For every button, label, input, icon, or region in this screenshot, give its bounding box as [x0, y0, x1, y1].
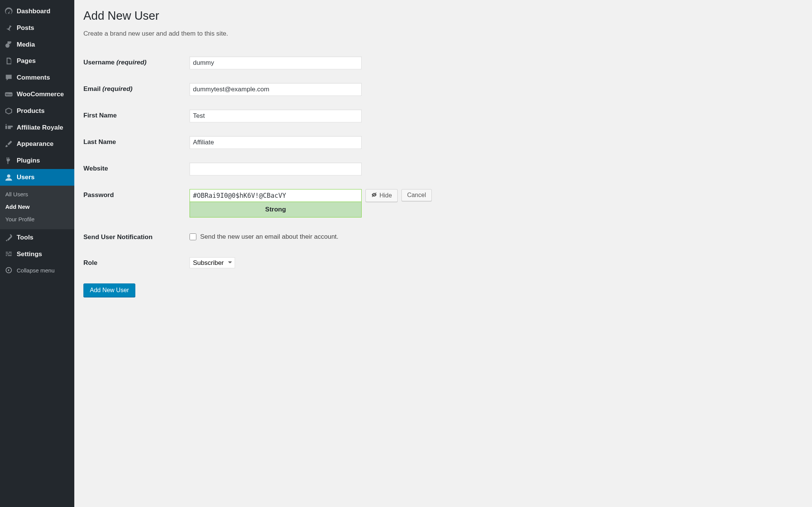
- submenu-item-add-new[interactable]: Add New: [0, 200, 74, 213]
- sidebar-item-affiliate-royale[interactable]: Affiliate Royale: [0, 119, 74, 136]
- sidebar-item-tools[interactable]: Tools: [0, 229, 74, 246]
- svg-point-3: [7, 174, 11, 178]
- last-name-input[interactable]: [190, 136, 362, 149]
- password-strength-indicator: Strong: [190, 202, 362, 218]
- first-name-label: First Name: [83, 103, 190, 129]
- main-content: Add New User Create a brand new user and…: [74, 0, 544, 507]
- first-name-input[interactable]: [190, 110, 362, 122]
- send-notification-checkbox[interactable]: [190, 233, 196, 240]
- sidebar-item-label: Settings: [17, 250, 42, 259]
- sidebar-item-label: Tools: [17, 233, 33, 242]
- sidebar-item-label: Plugins: [17, 156, 40, 165]
- page-icon: [5, 57, 13, 65]
- submenu-item-your-profile[interactable]: Your Profile: [0, 213, 74, 225]
- add-new-user-button[interactable]: Add New User: [83, 283, 135, 297]
- email-label: Email (required): [83, 76, 190, 103]
- role-select[interactable]: Subscriber: [190, 257, 235, 268]
- username-label: Username (required): [83, 50, 190, 76]
- users-submenu: All Users Add New Your Profile: [0, 186, 74, 229]
- brush-icon: [5, 140, 13, 148]
- eye-slash-icon: [371, 192, 377, 199]
- collapse-label: Collapse menu: [17, 266, 55, 274]
- password-label: Password: [83, 182, 190, 224]
- sidebar-item-appearance[interactable]: Appearance: [0, 136, 74, 152]
- woo-icon: Woo: [5, 90, 13, 99]
- sidebar-item-posts[interactable]: Posts: [0, 20, 74, 36]
- wrench-icon: [5, 233, 13, 242]
- website-input[interactable]: [190, 163, 362, 175]
- sidebar-item-label: Products: [17, 106, 45, 116]
- svg-point-0: [5, 44, 9, 48]
- collapse-icon: [5, 266, 13, 274]
- comment-icon: [5, 74, 13, 82]
- send-notification-text: Send the new user an email about their a…: [200, 232, 339, 241]
- password-input[interactable]: [190, 189, 362, 202]
- email-input[interactable]: [190, 83, 362, 96]
- role-label: Role: [83, 250, 190, 276]
- sidebar-item-media[interactable]: Media: [0, 36, 74, 53]
- sidebar-item-comments[interactable]: Comments: [0, 69, 74, 86]
- sliders-icon: [5, 250, 13, 258]
- gauge-icon: [5, 7, 13, 16]
- sidebar-item-products[interactable]: Products: [0, 103, 74, 119]
- sidebar-item-label: Users: [17, 173, 34, 182]
- website-label: Website: [83, 156, 190, 182]
- hide-password-button[interactable]: Hide: [365, 189, 398, 202]
- sidebar-item-label: Dashboard: [17, 7, 50, 16]
- submenu-item-all-users[interactable]: All Users: [0, 188, 74, 200]
- user-icon: [5, 173, 13, 182]
- add-user-form: Username (required) Email (required) Fir…: [83, 50, 535, 275]
- send-notification-row[interactable]: Send the new user an email about their a…: [190, 232, 339, 241]
- affiliate-icon: [5, 123, 13, 131]
- admin-sidebar: Dashboard Posts Media Pages Comments Woo…: [0, 0, 74, 507]
- sidebar-item-label: Posts: [17, 23, 34, 33]
- sidebar-item-label: WooCommerce: [17, 90, 64, 99]
- sidebar-item-label: Appearance: [17, 139, 53, 149]
- plug-icon: [5, 156, 13, 165]
- send-notification-label: Send User Notification: [83, 224, 190, 250]
- pin-icon: [5, 24, 13, 32]
- cancel-password-button[interactable]: Cancel: [401, 189, 432, 201]
- last-name-label: Last Name: [83, 129, 190, 156]
- sidebar-item-label: Media: [17, 40, 35, 49]
- sidebar-item-settings[interactable]: Settings: [0, 246, 74, 263]
- page-title: Add New User: [83, 8, 535, 24]
- box-icon: [5, 107, 13, 115]
- sidebar-item-dashboard[interactable]: Dashboard: [0, 3, 74, 20]
- sidebar-item-users[interactable]: Users: [0, 169, 74, 186]
- sidebar-item-label: Affiliate Royale: [17, 123, 63, 132]
- collapse-menu[interactable]: Collapse menu: [0, 262, 74, 278]
- sidebar-item-woocommerce[interactable]: Woo WooCommerce: [0, 86, 74, 103]
- sidebar-item-label: Comments: [17, 73, 50, 82]
- sidebar-item-pages[interactable]: Pages: [0, 53, 74, 69]
- username-input[interactable]: [190, 56, 362, 69]
- sidebar-item-label: Pages: [17, 56, 36, 66]
- svg-text:Woo: Woo: [6, 93, 12, 96]
- sidebar-item-plugins[interactable]: Plugins: [0, 152, 74, 169]
- media-icon: [5, 40, 13, 49]
- page-description: Create a brand new user and add them to …: [83, 29, 535, 38]
